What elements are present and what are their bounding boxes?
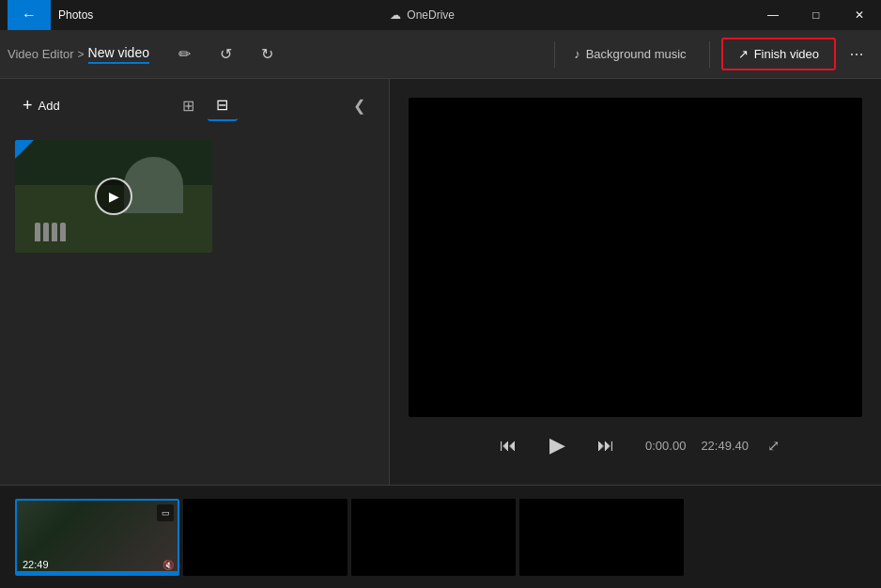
finish-video-label: Finish video (754, 47, 819, 61)
collapse-panel-button[interactable]: ❮ (344, 91, 374, 121)
playback-controls: ⏮ ▶ ⏭ 0:00.00 22:49.40 ⤢ (409, 417, 862, 466)
play-icon: ▶ (549, 433, 565, 457)
window-controls: — □ ✕ (751, 0, 881, 30)
breadcrumb: Video Editor > New video (8, 45, 149, 64)
add-label: Add (39, 99, 60, 113)
finish-video-button[interactable]: ↗ Finish video (721, 38, 836, 70)
titlebar: ← Photos ☁ OneDrive — □ ✕ (0, 0, 881, 30)
view-large-grid-button[interactable]: ⊞ (174, 91, 204, 121)
large-grid-icon: ⊞ (182, 97, 194, 115)
clip-progress-bar (17, 571, 178, 574)
add-media-button[interactable]: + Add (15, 90, 68, 121)
breadcrumb-current: New video (88, 45, 149, 64)
media-item[interactable]: ▶ (15, 140, 212, 253)
clip-thumbnail-2 (183, 499, 348, 576)
pencil-button[interactable]: ✏ (168, 38, 202, 71)
titlebar-left: ← Photos (0, 0, 93, 30)
play-button[interactable]: ▶ (540, 428, 574, 462)
right-panel: ⏮ ▶ ⏭ 0:00.00 22:49.40 ⤢ (390, 79, 881, 485)
back-button[interactable]: ← (8, 0, 51, 30)
forward-icon: ⏭ (597, 436, 614, 456)
left-panel: + Add ⊞ ⊟ ❮ (0, 79, 390, 485)
more-options-button[interactable]: ··· (840, 38, 873, 71)
person-1 (35, 223, 40, 241)
clip-info-1: 22:49 (23, 559, 49, 570)
minimize-button[interactable]: — (751, 0, 795, 30)
undo-button[interactable]: ↺ (209, 38, 243, 71)
view-small-grid-button[interactable]: ⊟ (208, 91, 238, 121)
timeline-clip-1[interactable]: ▭ 22:49 🔇 (15, 499, 179, 576)
close-button[interactable]: ✕ (838, 0, 881, 30)
timeline-clip-3[interactable] (351, 499, 516, 576)
background-music-button[interactable]: ♪ Background music (563, 41, 697, 67)
toolbar-divider-left (554, 41, 555, 68)
breadcrumb-separator: > (78, 48, 85, 61)
toolbar-tools: ✏ ↺ ↻ (168, 38, 285, 71)
redo-icon: ↻ (261, 45, 273, 63)
thumb-fountain (124, 157, 183, 213)
current-time: 0:00.00 (645, 439, 686, 453)
redo-button[interactable]: ↻ (251, 38, 285, 71)
total-time: 22:49.40 (701, 439, 749, 453)
rewind-button[interactable]: ⏮ (491, 428, 525, 462)
person-3 (52, 223, 57, 241)
main-content: + Add ⊞ ⊟ ❮ (0, 79, 881, 485)
timeline: ▭ 22:49 🔇 (0, 485, 881, 588)
time-display: 0:00.00 22:49.40 (645, 439, 749, 453)
restore-button[interactable]: □ (795, 0, 838, 30)
person-4 (60, 223, 66, 241)
media-grid: ▶ (0, 132, 389, 260)
app-title: Photos (58, 8, 93, 22)
breadcrumb-parent[interactable]: Video Editor (8, 47, 74, 61)
mute-icon-1: 🔇 (162, 560, 174, 570)
export-icon: ↗ (738, 47, 749, 61)
onedrive-label: ☁ OneDrive (379, 8, 466, 22)
cloud-icon: ☁ (390, 8, 401, 22)
toolbar: Video Editor > New video ✏ ↺ ↻ ♪ Backgro… (0, 30, 881, 79)
add-icon: + (23, 96, 33, 116)
back-icon: ← (22, 7, 37, 23)
clip-thumbnail-4 (519, 499, 684, 576)
more-icon: ··· (849, 44, 863, 64)
timeline-clip-2[interactable] (183, 499, 348, 576)
small-grid-icon: ⊟ (216, 96, 228, 114)
view-toggle: ⊞ ⊟ (174, 91, 238, 121)
pencil-icon: ✏ (178, 45, 191, 63)
timeline-clip-4[interactable] (519, 499, 684, 576)
clip-type-icon: ▭ (157, 504, 174, 521)
toolbar-divider-right (709, 41, 710, 68)
left-panel-toolbar: + Add ⊞ ⊟ ❮ (0, 79, 389, 132)
toolbar-left: Video Editor > New video ✏ ↺ ↻ (8, 38, 547, 71)
fullscreen-button[interactable]: ⤢ (767, 437, 780, 455)
selected-indicator (15, 140, 34, 159)
clip-icons-1: ▭ (157, 504, 174, 521)
music-icon: ♪ (574, 47, 580, 61)
undo-icon: ↺ (220, 45, 232, 63)
thumb-people (35, 223, 66, 241)
bg-music-label: Background music (586, 47, 687, 61)
clip-thumbnail-3 (351, 499, 516, 576)
fullscreen-icon: ⤢ (767, 438, 780, 454)
video-preview (409, 98, 862, 417)
toolbar-right: ♪ Background music ↗ Finish video ··· (563, 38, 873, 71)
chevron-left-icon: ❮ (353, 97, 365, 115)
clip-duration-1: 22:49 (23, 559, 49, 570)
play-overlay[interactable]: ▶ (95, 178, 132, 215)
person-2 (43, 223, 49, 241)
rewind-icon: ⏮ (500, 436, 517, 456)
forward-button[interactable]: ⏭ (589, 428, 623, 462)
